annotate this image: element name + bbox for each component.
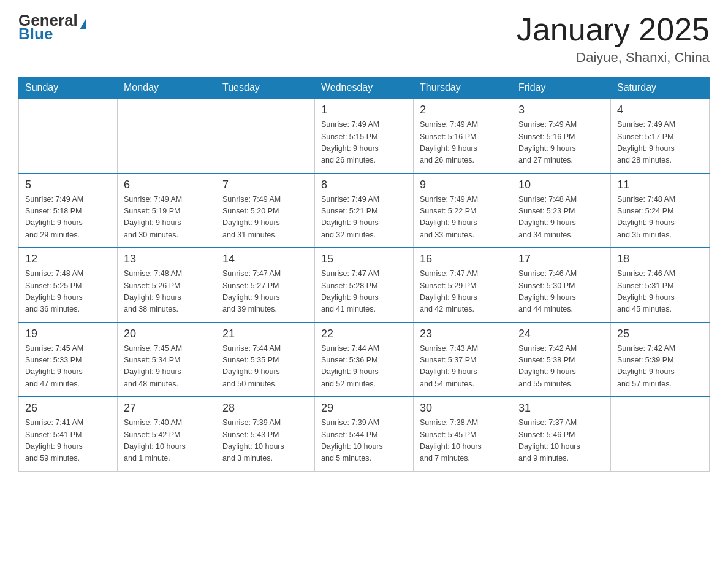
calendar-day-cell: 18Sunrise: 7:46 AM Sunset: 5:31 PM Dayli… bbox=[611, 248, 710, 323]
day-info: Sunrise: 7:47 AM Sunset: 5:28 PM Dayligh… bbox=[321, 268, 407, 316]
calendar-week-row: 5Sunrise: 7:49 AM Sunset: 5:18 PM Daylig… bbox=[19, 174, 710, 248]
day-info: Sunrise: 7:44 AM Sunset: 5:36 PM Dayligh… bbox=[321, 343, 407, 391]
day-number: 10 bbox=[518, 178, 604, 191]
calendar-day-cell: 6Sunrise: 7:49 AM Sunset: 5:19 PM Daylig… bbox=[118, 174, 216, 248]
calendar-day-cell: 29Sunrise: 7:39 AM Sunset: 5:44 PM Dayli… bbox=[315, 397, 414, 471]
calendar-day-cell bbox=[19, 99, 118, 174]
calendar-day-cell: 27Sunrise: 7:40 AM Sunset: 5:42 PM Dayli… bbox=[118, 397, 216, 471]
day-info: Sunrise: 7:49 AM Sunset: 5:20 PM Dayligh… bbox=[222, 194, 308, 242]
calendar-header: SundayMondayTuesdayWednesdayThursdayFrid… bbox=[19, 77, 710, 99]
calendar-day-cell: 23Sunrise: 7:43 AM Sunset: 5:37 PM Dayli… bbox=[414, 323, 512, 397]
day-number: 30 bbox=[420, 402, 506, 415]
logo-triangle-icon bbox=[80, 19, 86, 29]
day-number: 29 bbox=[321, 402, 407, 415]
day-of-week-header: Monday bbox=[118, 77, 216, 99]
calendar-day-cell: 10Sunrise: 7:48 AM Sunset: 5:23 PM Dayli… bbox=[512, 174, 611, 248]
calendar-day-cell: 2Sunrise: 7:49 AM Sunset: 5:16 PM Daylig… bbox=[414, 99, 512, 174]
day-number: 22 bbox=[321, 327, 407, 340]
calendar-day-cell: 16Sunrise: 7:47 AM Sunset: 5:29 PM Dayli… bbox=[414, 248, 512, 323]
calendar-day-cell: 30Sunrise: 7:38 AM Sunset: 5:45 PM Dayli… bbox=[414, 397, 512, 471]
day-number: 1 bbox=[321, 104, 407, 117]
calendar-day-cell: 5Sunrise: 7:49 AM Sunset: 5:18 PM Daylig… bbox=[19, 174, 118, 248]
day-info: Sunrise: 7:48 AM Sunset: 5:25 PM Dayligh… bbox=[25, 268, 111, 316]
day-number: 24 bbox=[518, 327, 604, 340]
calendar-day-cell bbox=[118, 99, 216, 174]
day-info: Sunrise: 7:46 AM Sunset: 5:30 PM Dayligh… bbox=[518, 268, 604, 316]
logo: General Blue bbox=[18, 12, 86, 42]
calendar-day-cell: 19Sunrise: 7:45 AM Sunset: 5:33 PM Dayli… bbox=[19, 323, 118, 397]
day-of-week-header: Friday bbox=[512, 77, 611, 99]
day-number: 28 bbox=[222, 402, 308, 415]
day-number: 18 bbox=[617, 253, 703, 266]
day-number: 23 bbox=[420, 327, 506, 340]
day-number: 12 bbox=[25, 253, 111, 266]
day-info: Sunrise: 7:46 AM Sunset: 5:31 PM Dayligh… bbox=[617, 268, 703, 316]
day-info: Sunrise: 7:37 AM Sunset: 5:46 PM Dayligh… bbox=[518, 417, 604, 465]
calendar-day-cell: 8Sunrise: 7:49 AM Sunset: 5:21 PM Daylig… bbox=[315, 174, 414, 248]
calendar-day-cell: 14Sunrise: 7:47 AM Sunset: 5:27 PM Dayli… bbox=[216, 248, 315, 323]
day-number: 19 bbox=[25, 327, 111, 340]
day-info: Sunrise: 7:49 AM Sunset: 5:22 PM Dayligh… bbox=[420, 194, 506, 242]
day-of-week-header: Wednesday bbox=[315, 77, 414, 99]
day-info: Sunrise: 7:49 AM Sunset: 5:17 PM Dayligh… bbox=[617, 119, 703, 167]
day-info: Sunrise: 7:49 AM Sunset: 5:16 PM Dayligh… bbox=[420, 119, 506, 167]
day-info: Sunrise: 7:39 AM Sunset: 5:43 PM Dayligh… bbox=[222, 417, 308, 465]
day-number: 16 bbox=[420, 253, 506, 266]
day-info: Sunrise: 7:38 AM Sunset: 5:45 PM Dayligh… bbox=[420, 417, 506, 465]
day-number: 7 bbox=[222, 178, 308, 191]
calendar-subtitle: Daiyue, Shanxi, China bbox=[517, 50, 710, 66]
day-number: 6 bbox=[124, 178, 210, 191]
calendar-week-row: 12Sunrise: 7:48 AM Sunset: 5:25 PM Dayli… bbox=[19, 248, 710, 323]
day-number: 11 bbox=[617, 178, 703, 191]
day-info: Sunrise: 7:40 AM Sunset: 5:42 PM Dayligh… bbox=[124, 417, 210, 465]
day-number: 9 bbox=[420, 178, 506, 191]
day-info: Sunrise: 7:49 AM Sunset: 5:15 PM Dayligh… bbox=[321, 119, 407, 167]
day-number: 25 bbox=[617, 327, 703, 340]
calendar-table: SundayMondayTuesdayWednesdayThursdayFrid… bbox=[18, 77, 710, 472]
calendar-day-cell: 31Sunrise: 7:37 AM Sunset: 5:46 PM Dayli… bbox=[512, 397, 611, 471]
calendar-day-cell: 24Sunrise: 7:42 AM Sunset: 5:38 PM Dayli… bbox=[512, 323, 611, 397]
day-info: Sunrise: 7:45 AM Sunset: 5:34 PM Dayligh… bbox=[124, 343, 210, 391]
day-info: Sunrise: 7:49 AM Sunset: 5:19 PM Dayligh… bbox=[124, 194, 210, 242]
calendar-title: January 2025 bbox=[517, 12, 710, 47]
day-info: Sunrise: 7:44 AM Sunset: 5:35 PM Dayligh… bbox=[222, 343, 308, 391]
calendar-week-row: 1Sunrise: 7:49 AM Sunset: 5:15 PM Daylig… bbox=[19, 99, 710, 174]
day-number: 4 bbox=[617, 104, 703, 117]
day-info: Sunrise: 7:45 AM Sunset: 5:33 PM Dayligh… bbox=[25, 343, 111, 391]
day-info: Sunrise: 7:39 AM Sunset: 5:44 PM Dayligh… bbox=[321, 417, 407, 465]
calendar-day-cell bbox=[611, 397, 710, 471]
calendar-body: 1Sunrise: 7:49 AM Sunset: 5:15 PM Daylig… bbox=[19, 99, 710, 471]
calendar-day-cell: 17Sunrise: 7:46 AM Sunset: 5:30 PM Dayli… bbox=[512, 248, 611, 323]
day-info: Sunrise: 7:48 AM Sunset: 5:23 PM Dayligh… bbox=[518, 194, 604, 242]
calendar-day-cell: 25Sunrise: 7:42 AM Sunset: 5:39 PM Dayli… bbox=[611, 323, 710, 397]
day-info: Sunrise: 7:49 AM Sunset: 5:21 PM Dayligh… bbox=[321, 194, 407, 242]
day-info: Sunrise: 7:47 AM Sunset: 5:29 PM Dayligh… bbox=[420, 268, 506, 316]
day-number: 20 bbox=[124, 327, 210, 340]
calendar-day-cell: 11Sunrise: 7:48 AM Sunset: 5:24 PM Dayli… bbox=[611, 174, 710, 248]
title-section: January 2025 Daiyue, Shanxi, China bbox=[517, 12, 710, 66]
day-info: Sunrise: 7:42 AM Sunset: 5:38 PM Dayligh… bbox=[518, 343, 604, 391]
day-number: 5 bbox=[25, 178, 111, 191]
calendar-day-cell: 12Sunrise: 7:48 AM Sunset: 5:25 PM Dayli… bbox=[19, 248, 118, 323]
calendar-day-cell: 28Sunrise: 7:39 AM Sunset: 5:43 PM Dayli… bbox=[216, 397, 315, 471]
calendar-day-cell: 26Sunrise: 7:41 AM Sunset: 5:41 PM Dayli… bbox=[19, 397, 118, 471]
calendar-day-cell: 9Sunrise: 7:49 AM Sunset: 5:22 PM Daylig… bbox=[414, 174, 512, 248]
calendar-day-cell: 21Sunrise: 7:44 AM Sunset: 5:35 PM Dayli… bbox=[216, 323, 315, 397]
day-info: Sunrise: 7:48 AM Sunset: 5:26 PM Dayligh… bbox=[124, 268, 210, 316]
day-info: Sunrise: 7:43 AM Sunset: 5:37 PM Dayligh… bbox=[420, 343, 506, 391]
day-number: 15 bbox=[321, 253, 407, 266]
day-number: 17 bbox=[518, 253, 604, 266]
day-of-week-header: Thursday bbox=[414, 77, 512, 99]
days-of-week-row: SundayMondayTuesdayWednesdayThursdayFrid… bbox=[19, 77, 710, 99]
day-number: 13 bbox=[124, 253, 210, 266]
day-number: 31 bbox=[518, 402, 604, 415]
day-info: Sunrise: 7:42 AM Sunset: 5:39 PM Dayligh… bbox=[617, 343, 703, 391]
day-of-week-header: Sunday bbox=[19, 77, 118, 99]
page-header: General Blue January 2025 Daiyue, Shanxi… bbox=[18, 12, 710, 66]
calendar-day-cell: 7Sunrise: 7:49 AM Sunset: 5:20 PM Daylig… bbox=[216, 174, 315, 248]
day-number: 14 bbox=[222, 253, 308, 266]
calendar-day-cell: 1Sunrise: 7:49 AM Sunset: 5:15 PM Daylig… bbox=[315, 99, 414, 174]
calendar-day-cell: 3Sunrise: 7:49 AM Sunset: 5:16 PM Daylig… bbox=[512, 99, 611, 174]
calendar-day-cell bbox=[216, 99, 315, 174]
day-of-week-header: Saturday bbox=[611, 77, 710, 99]
